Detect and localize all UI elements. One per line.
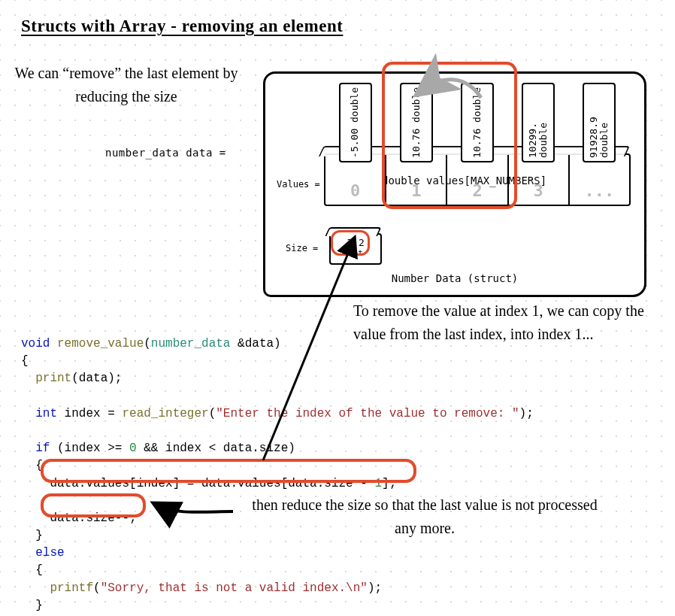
values-row-label: Values = (277, 179, 320, 190)
array-slot-0: -5.00 double 0 (325, 155, 386, 205)
size-box: 3 2 int (329, 233, 382, 265)
array-caption: double values[MAX_NUMBERS] (382, 174, 546, 187)
size-old: 3 (347, 237, 353, 248)
page-title: Structs with Array - removing an element (21, 17, 343, 36)
struct-diagram: Values = Size = -5.00 double 0 10.76 dou… (259, 53, 658, 301)
struct-caption: Number Data (struct) (265, 272, 644, 284)
size-type: int (331, 248, 380, 258)
code-block: void remove_value(number_data &data) { p… (21, 335, 534, 616)
data-assignment-label: number_data data = (105, 147, 226, 159)
array-slot-4: 91928.9 double ... (570, 155, 629, 205)
note-remove-last: We can “remove” the last element by redu… (14, 62, 239, 108)
size-row-label: Size = (286, 243, 318, 253)
size-new: 2 (359, 237, 365, 248)
